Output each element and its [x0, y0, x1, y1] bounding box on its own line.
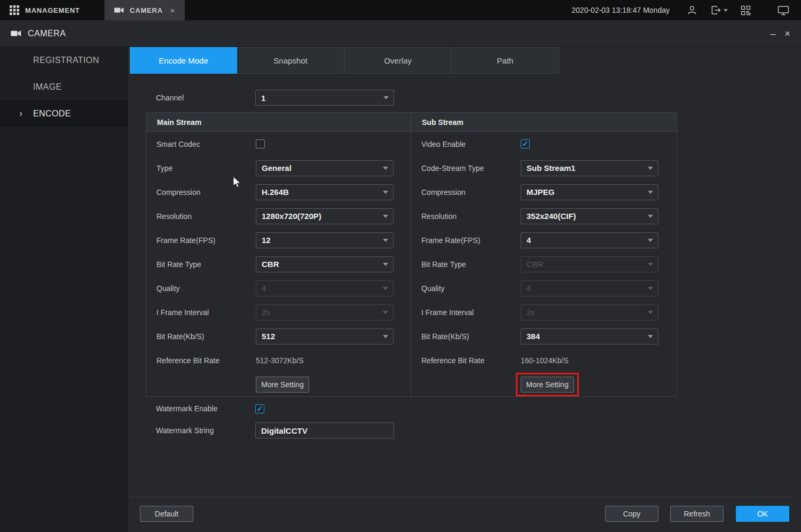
- field-row: Type General: [146, 156, 411, 180]
- annotation-highlight: More Setting: [516, 373, 579, 396]
- field-row: Bit Rate Type CBR: [411, 252, 677, 276]
- camera-tab-close-icon[interactable]: ×: [170, 6, 175, 15]
- copy-button[interactable]: Copy: [605, 506, 658, 522]
- management-tab[interactable]: MANAGEMENT: [0, 0, 105, 20]
- tab-overlay[interactable]: Overlay: [344, 47, 452, 74]
- content: Encode Mode Snapshot Overlay Path Channe…: [128, 47, 801, 532]
- sidebar-item-encode[interactable]: › ENCODE: [0, 100, 128, 127]
- chevron-down-icon: [383, 263, 388, 266]
- chevron-down-icon: [383, 215, 388, 218]
- user-icon[interactable]: [687, 5, 697, 15]
- watermark-enable-checkbox[interactable]: ✓: [255, 404, 264, 413]
- main-type-dropdown[interactable]: General: [256, 160, 394, 176]
- field-row: Quality 4: [411, 276, 677, 300]
- field-label: I Frame Interval: [421, 308, 521, 317]
- sub-bit-rate-dropdown[interactable]: 384: [521, 328, 658, 345]
- main-bit-rate-type-dropdown[interactable]: CBR: [256, 256, 394, 272]
- main-compression-dropdown[interactable]: H.264B: [256, 184, 394, 200]
- panel-title: Sub Stream: [411, 113, 677, 132]
- tab-snapshot[interactable]: Snapshot: [237, 47, 344, 74]
- sidebar-item-label: ENCODE: [33, 109, 71, 119]
- chevron-down-icon: [383, 335, 388, 338]
- chevron-right-icon: ›: [19, 108, 22, 119]
- main-more-setting-button[interactable]: More Setting: [256, 377, 309, 393]
- field-label: Code-Stream Type: [421, 164, 521, 173]
- field-label: Quality: [156, 284, 256, 293]
- field-row: I Frame Interval 2s: [411, 300, 677, 324]
- chevron-down-icon: [383, 191, 388, 194]
- chevron-down-icon: [383, 167, 388, 170]
- main-stream-panel: Main Stream Smart Codec ✓ Type General C…: [146, 113, 411, 396]
- tab-encode-mode[interactable]: Encode Mode: [130, 47, 237, 74]
- main-bit-rate-dropdown[interactable]: 512: [256, 328, 394, 345]
- field-label: Frame Rate(FPS): [156, 236, 256, 245]
- field-row: More Setting: [411, 372, 677, 396]
- field-row: Resolution 1280x720(720P): [146, 204, 411, 228]
- footer-divider: [130, 497, 796, 497]
- field-row: Reference Bit Rate 160-1024Kb/S: [411, 348, 677, 372]
- grid-icon: [10, 5, 19, 15]
- sub-i-frame-interval-dropdown: 2s: [521, 304, 658, 320]
- chevron-down-icon: [648, 239, 653, 242]
- field-label: Video Enable: [421, 140, 521, 148]
- qr-code-icon[interactable]: [741, 5, 751, 15]
- channel-value: 1: [261, 93, 265, 103]
- camera-settings-screen: MANAGEMENT CAMERA × 2020-02-03 13:18:47 …: [0, 0, 801, 532]
- main-i-frame-interval-dropdown: 2s: [256, 304, 394, 320]
- main-frame-rate-dropdown[interactable]: 12: [256, 232, 394, 248]
- field-label: Reference Bit Rate: [421, 356, 521, 365]
- camera-tab[interactable]: CAMERA ×: [105, 0, 185, 20]
- field-row: Compression MJPEG: [411, 180, 677, 204]
- logout-caret-icon: [724, 9, 728, 12]
- minimize-icon[interactable]: –: [770, 28, 776, 38]
- sub-quality-dropdown: 4: [521, 280, 658, 296]
- display-switch-icon[interactable]: [778, 5, 789, 15]
- chevron-down-icon: [648, 287, 653, 290]
- field-label: Reference Bit Rate: [156, 356, 256, 365]
- video-enable-checkbox[interactable]: ✓: [521, 139, 530, 148]
- chevron-down-icon: [648, 335, 653, 338]
- sub-compression-dropdown[interactable]: MJPEG: [521, 184, 658, 200]
- tab-label: Path: [497, 56, 514, 65]
- camera-tab-label: CAMERA: [130, 6, 163, 14]
- sub-resolution-dropdown[interactable]: 352x240(CIF): [521, 208, 658, 224]
- field-label: Watermark Enable: [156, 404, 255, 413]
- field-row: Smart Codec ✓: [146, 132, 411, 156]
- camera-icon: [114, 7, 124, 13]
- watermark-string-input[interactable]: [255, 423, 394, 439]
- tab-path[interactable]: Path: [452, 47, 559, 74]
- field-row: Bit Rate(Kb/S) 512: [146, 324, 411, 348]
- close-icon[interactable]: ×: [784, 28, 790, 38]
- content-tabs: Encode Mode Snapshot Overlay Path: [130, 47, 559, 74]
- check-icon: ✓: [522, 140, 529, 147]
- field-label: Bit Rate(Kb/S): [421, 332, 521, 341]
- field-label: Compression: [156, 188, 256, 197]
- field-row: Resolution 352x240(CIF): [411, 204, 677, 228]
- field-row: Reference Bit Rate 512-3072Kb/S: [146, 348, 411, 372]
- smart-codec-checkbox[interactable]: ✓: [256, 139, 265, 148]
- logout-icon[interactable]: [710, 5, 728, 15]
- refresh-button[interactable]: Refresh: [670, 506, 724, 522]
- channel-dropdown[interactable]: 1: [255, 90, 394, 106]
- sidebar-item-image[interactable]: IMAGE: [0, 74, 128, 100]
- channel-row: Channel 1: [156, 90, 394, 106]
- titlebar: CAMERA – ×: [0, 20, 801, 47]
- default-button[interactable]: Default: [140, 506, 193, 522]
- ok-button[interactable]: OK: [736, 506, 789, 522]
- field-row: Bit Rate(Kb/S) 384: [411, 324, 677, 348]
- sidebar-item-registration[interactable]: REGISTRATION: [0, 47, 128, 74]
- chevron-down-icon: [383, 287, 388, 290]
- field-label: Compression: [421, 188, 521, 197]
- sub-frame-rate-dropdown[interactable]: 4: [521, 232, 658, 248]
- sub-more-setting-button[interactable]: More Setting: [521, 377, 574, 393]
- sub-code-stream-type-dropdown[interactable]: Sub Stream1: [521, 160, 658, 176]
- field-label: Quality: [421, 284, 521, 293]
- panel-title: Main Stream: [146, 113, 411, 132]
- topbar: MANAGEMENT CAMERA × 2020-02-03 13:18:47 …: [0, 0, 801, 20]
- field-row: I Frame Interval 2s: [146, 300, 411, 324]
- datetime-display: 2020-02-03 13:18:47 Monday: [571, 6, 670, 14]
- field-label: Frame Rate(FPS): [421, 236, 521, 245]
- main-resolution-dropdown[interactable]: 1280x720(720P): [256, 208, 394, 224]
- chevron-down-icon: [648, 311, 653, 314]
- main-quality-dropdown: 4: [256, 280, 394, 296]
